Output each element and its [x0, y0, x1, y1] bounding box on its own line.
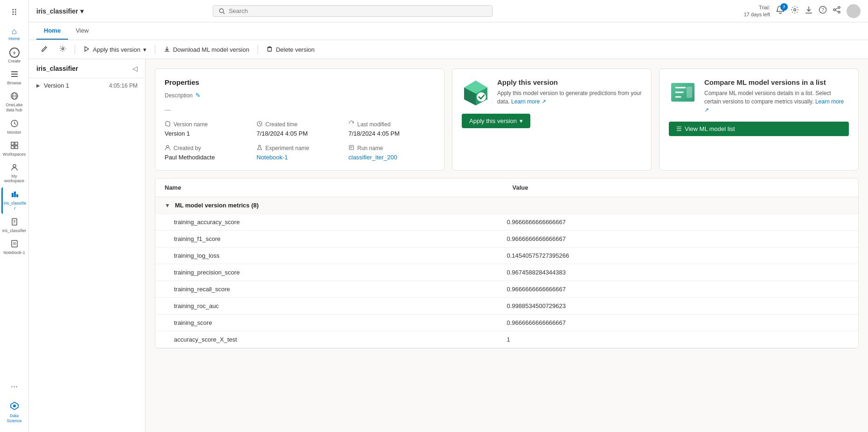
- nav-item-home[interactable]: ⌂ Home: [1, 24, 28, 44]
- compare-icon: [669, 78, 697, 106]
- metric-row-2: training_log_loss 0.14540575727395266: [155, 247, 858, 264]
- view-btn-label: View ML model list: [685, 125, 735, 132]
- nav-item-create[interactable]: + Create: [1, 45, 28, 66]
- settings-toolbar-icon: [59, 45, 66, 54]
- metric-value-6: 0.9666666666666667: [507, 319, 840, 326]
- left-nav: ⠿ ⌂ Home + Create Browse OneLakedata hub…: [0, 0, 29, 432]
- play-icon: [83, 46, 90, 54]
- svg-marker-36: [85, 47, 89, 51]
- experiment-value[interactable]: Notebook-1: [257, 154, 343, 161]
- svg-point-31: [833, 9, 835, 11]
- metric-value-1: 0.9666666666666667: [507, 235, 840, 242]
- search-input[interactable]: [229, 7, 486, 14]
- apply-learn-more-link[interactable]: Learn more ↗: [511, 98, 546, 105]
- tab-home[interactable]: Home: [36, 22, 68, 40]
- svg-rect-13: [14, 192, 16, 197]
- run-name-value[interactable]: classifier_iter_200: [348, 154, 435, 161]
- app-name[interactable]: iris_classifier ▾: [36, 7, 83, 15]
- nav-item-notebook1-b[interactable]: Notebook-1: [1, 237, 28, 258]
- apply-this-version-btn[interactable]: Apply this version ▾: [462, 114, 530, 128]
- monitor-icon: [10, 119, 19, 129]
- description-label: Description: [165, 92, 193, 99]
- apply-version-label: Apply this version: [93, 46, 140, 53]
- download-ml-button[interactable]: Download ML model version: [159, 43, 254, 56]
- sidebar-collapse-button[interactable]: ◁: [132, 65, 138, 72]
- main-area: iris_classifier ▾ Trial: 17 days left 7: [29, 0, 868, 432]
- onelake-icon: [10, 92, 19, 102]
- nav-item-more[interactable]: ···: [9, 380, 20, 393]
- delete-version-label: Delete version: [276, 46, 314, 53]
- notebook1a-icon: [10, 218, 19, 227]
- nav-item-my-workspace[interactable]: Myworkspace: [1, 160, 28, 187]
- compare-card-text: Compare ML model versions in a list Comp…: [704, 78, 849, 114]
- compare-card-description: Compare ML model versions details in a l…: [704, 89, 849, 114]
- svg-point-30: [838, 7, 840, 8]
- notifications-button[interactable]: 7: [776, 5, 785, 17]
- metric-row-1: training_f1_score 0.9666666666666667: [155, 231, 858, 247]
- settings-button[interactable]: [791, 6, 799, 16]
- settings-toolbar-button[interactable]: [55, 43, 71, 56]
- metric-row-0: training_accuracy_score 0.96666666666666…: [155, 214, 858, 231]
- svg-rect-14: [16, 194, 18, 197]
- nav-item-workspaces[interactable]: Workspaces: [1, 138, 28, 159]
- download-ml-label: Download ML model version: [173, 46, 250, 53]
- refresh-icon: [348, 121, 354, 128]
- view-ml-model-list-btn[interactable]: ☰ View ML model list: [669, 122, 849, 136]
- download-ml-icon: [164, 46, 170, 54]
- svg-line-25: [223, 12, 224, 14]
- apply-version-card: Apply this version Apply this model vers…: [452, 69, 652, 171]
- avatar[interactable]: [847, 4, 861, 18]
- apply-card-description: Apply this model version to generate pre…: [497, 89, 642, 106]
- metric-name-0: training_accuracy_score: [174, 219, 507, 226]
- run-icon: [348, 144, 354, 152]
- nav-item-browse[interactable]: Browse: [1, 67, 28, 88]
- nav-item-data-science[interactable]: Data Science: [1, 398, 28, 426]
- col-value-header: Value: [513, 184, 849, 191]
- download-button[interactable]: [805, 6, 813, 16]
- main-panel: Properties Description ✎ — Version n: [146, 59, 868, 432]
- nav-label-browse: Browse: [7, 81, 21, 85]
- nav-item-monitor[interactable]: Monitor: [1, 117, 28, 137]
- version-label: Version 1: [44, 82, 69, 89]
- toolbar: Apply this version ▾ Download ML model v…: [29, 40, 868, 59]
- tab-view[interactable]: View: [68, 22, 96, 40]
- compare-card: Compare ML model versions in a list Comp…: [659, 69, 859, 171]
- person-icon: [165, 144, 171, 152]
- metric-row-7: accuracy_score_X_test 1: [155, 331, 858, 348]
- nav-label-create: Create: [8, 59, 21, 63]
- sidebar-panel: iris_classifier ◁ ▶ Version 1 4:05:16 PM: [29, 59, 146, 432]
- edit-properties-button[interactable]: [36, 43, 53, 56]
- version-chevron: ▶: [36, 83, 40, 88]
- top-right-controls: Trial: 17 days left 7 ?: [744, 4, 861, 18]
- delete-version-button[interactable]: Delete version: [262, 43, 319, 56]
- apply-card-text: Apply this version Apply this model vers…: [497, 78, 642, 106]
- properties-title: Properties: [165, 78, 435, 86]
- svg-rect-38: [268, 48, 271, 51]
- nav-item-onelake[interactable]: OneLakedata hub: [1, 89, 28, 116]
- section-chevron: ▼: [165, 202, 170, 209]
- sidebar-version-item[interactable]: ▶ Version 1 4:05:16 PM: [29, 78, 145, 93]
- metric-value-4: 0.9666666666666667: [507, 286, 840, 293]
- svg-point-11: [13, 165, 16, 167]
- nav-label-workspaces: Workspaces: [3, 152, 26, 157]
- metrics-section-row[interactable]: ▼ ML model version metrics (8): [155, 197, 858, 214]
- apply-version-button[interactable]: Apply this version ▾: [79, 43, 151, 56]
- prop-version-name: Version name Version 1: [165, 121, 251, 137]
- trial-info: Trial: 17 days left: [744, 4, 770, 18]
- col-name-header: Name: [165, 184, 501, 191]
- nav-item-iris-classifier[interactable]: iris_classifier: [1, 187, 28, 214]
- svg-point-24: [219, 8, 223, 13]
- edit-description-icon[interactable]: ✎: [195, 92, 201, 99]
- edit-properties-icon: [41, 45, 48, 54]
- metric-row-4: training_recall_score 0.9666666666666667: [155, 281, 858, 298]
- last-modified-value: 7/18/2024 4:05 PM: [348, 130, 435, 137]
- nav-item-notebook1-a[interactable]: iris_classifier: [1, 215, 28, 236]
- nav-apps-grid[interactable]: ⠿: [7, 4, 21, 21]
- help-button[interactable]: ?: [819, 6, 827, 16]
- svg-point-32: [838, 11, 840, 13]
- metric-row-6: training_score 0.9666666666666667: [155, 315, 858, 331]
- nav-label-iris-classifier: iris_classifier: [4, 201, 27, 211]
- share-button[interactable]: [833, 6, 841, 16]
- prop-run-name: Run name classifier_iter_200: [348, 144, 435, 161]
- svg-rect-8: [15, 142, 18, 145]
